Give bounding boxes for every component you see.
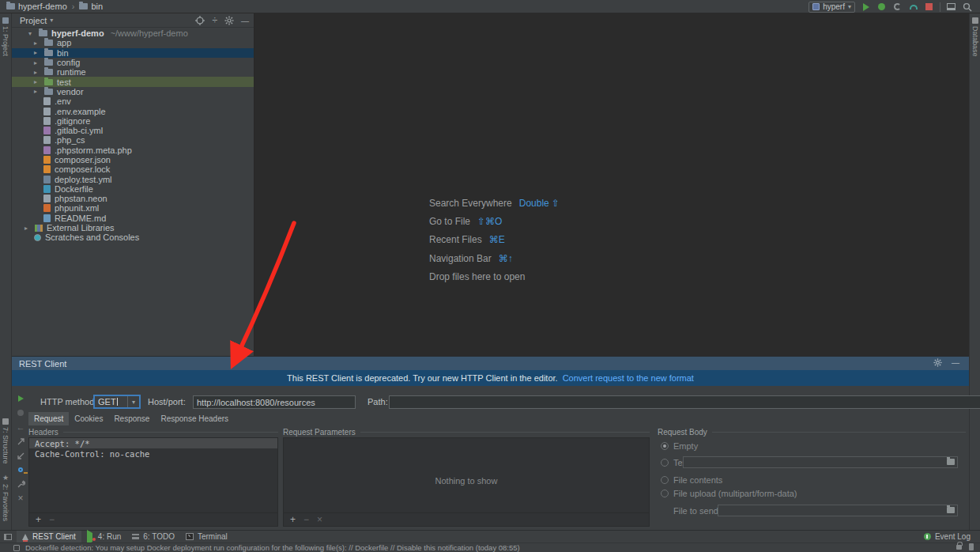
coverage-button[interactable] — [892, 2, 903, 12]
main-toolbar: hyperf ▾ — [808, 1, 972, 13]
status-bar: Dockerfile detection: You may setup Dock… — [0, 543, 980, 552]
event-log-button[interactable]: Event Log — [924, 530, 971, 543]
collapse-all-icon[interactable]: ÷ — [212, 15, 217, 26]
hide-panel-icon[interactable]: — — [241, 17, 249, 25]
debug-button[interactable] — [876, 2, 887, 12]
tree-item-phpstorm-meta[interactable]: .phpstorm.meta.php — [12, 146, 254, 155]
shortcut-keys: ⌘↑ — [499, 253, 513, 264]
bottom-tab-terminal[interactable]: Terminal — [180, 531, 233, 543]
sidebar-tab-favorites[interactable]: ★ 2: Favorites — [2, 474, 9, 521]
submit-request-button[interactable] — [12, 391, 29, 406]
convert-request-link[interactable]: Convert request to the new format — [563, 373, 694, 383]
export-request-button[interactable] — [12, 434, 29, 448]
project-panel-title[interactable]: Project — [20, 16, 47, 25]
request-parameters-list[interactable]: Nothing to show + − × — [283, 437, 650, 527]
tab-response[interactable]: Response — [108, 412, 155, 425]
folder-icon — [44, 89, 53, 95]
run-icon — [87, 533, 94, 540]
file-to-send-input[interactable] — [718, 505, 958, 516]
markdown-file-icon — [43, 214, 51, 222]
bottom-tab-todo[interactable]: 6: TODO — [126, 531, 180, 543]
tree-item-vendor[interactable]: ▸ vendor — [12, 87, 254, 96]
radio-file-contents[interactable]: File contents — [661, 475, 722, 485]
locate-icon[interactable] — [195, 16, 205, 25]
stop-request-button[interactable] — [12, 406, 29, 420]
tree-item-app[interactable]: ▸ app — [12, 38, 254, 47]
close-panel-button[interactable]: × — [12, 491, 29, 505]
tree-item-bin[interactable]: ▸ bin — [12, 48, 254, 58]
import-icon — [17, 452, 25, 460]
profiler-button[interactable] — [908, 2, 918, 12]
tree-item-env[interactable]: .env — [12, 96, 254, 106]
tree-item-phpstan-neon[interactable]: phpstan.neon — [12, 194, 254, 203]
header-row-accept[interactable]: Accept: */* — [29, 438, 277, 448]
search-everywhere-button[interactable] — [962, 2, 972, 12]
http-method-select[interactable]: GET ▾ — [93, 395, 141, 409]
tree-item-composer-lock[interactable]: composer.lock — [12, 164, 254, 174]
project-tab-label: 1: Project — [2, 26, 9, 56]
tree-item-root[interactable]: ▾ hyperf-demo ~/www/hyperf-demo — [12, 28, 254, 38]
breadcrumb-project[interactable]: hyperf-demo — [18, 2, 67, 11]
remove-header-button[interactable]: − — [49, 514, 55, 525]
tree-item-gitignore[interactable]: .gitignore — [12, 116, 254, 126]
browse-folder-icon[interactable] — [947, 507, 955, 513]
radio-empty[interactable]: Empty — [661, 441, 698, 451]
browse-folder-icon[interactable] — [947, 459, 955, 465]
tree-item-readme[interactable]: README.md — [12, 214, 254, 223]
tree-item-php-cs[interactable]: .php_cs — [12, 135, 254, 145]
sidebar-tab-project[interactable]: 1: Project — [2, 17, 9, 56]
lock-icon[interactable] — [956, 545, 962, 550]
shortcut-label: Go to File — [429, 216, 470, 227]
toolwindow-button[interactable] — [946, 2, 956, 12]
tree-item-phpunit-xml[interactable]: phpunit.xml — [12, 203, 254, 213]
notification-icon[interactable] — [13, 545, 20, 551]
sidebar-tab-structure[interactable]: 7: Structure — [2, 418, 9, 464]
tree-item-runtime[interactable]: ▸ runtime — [12, 67, 254, 77]
tree-item-env-example[interactable]: .env.example — [12, 106, 254, 115]
header-row-cache-control[interactable]: Cache-Control: no-cache — [29, 448, 277, 459]
tree-item-config[interactable]: ▸ config — [12, 58, 254, 67]
status-message[interactable]: Dockerfile detection: You may setup Dock… — [25, 543, 520, 552]
tree-item-gitlab-ci[interactable]: .gitlab-ci.yml — [12, 126, 254, 135]
host-port-input[interactable] — [193, 395, 356, 409]
indexing-status-icon[interactable] — [969, 543, 974, 550]
rest-client-header[interactable]: REST Client — [12, 357, 969, 370]
tab-cookies[interactable]: Cookies — [69, 412, 108, 425]
add-header-button[interactable]: + — [36, 514, 41, 525]
gear-icon[interactable] — [933, 358, 942, 367]
params-empty-text: Nothing to show — [284, 476, 649, 486]
toolwindow-switcher-icon[interactable] — [4, 534, 12, 540]
settings-button[interactable] — [12, 477, 29, 491]
tree-item-scratches[interactable]: Scratches and Consoles — [12, 233, 254, 242]
clear-parameters-button[interactable]: × — [317, 514, 322, 525]
bottom-tab-rest-client[interactable]: REST Client — [17, 531, 81, 543]
remove-parameter-button[interactable]: − — [303, 514, 309, 525]
http-method-value: GET — [98, 397, 116, 406]
editor-area[interactable]: Search EverywhereDouble ⇧ Go to File⇧⌘O … — [254, 13, 969, 356]
breadcrumb-folder[interactable]: bin — [91, 2, 103, 11]
run-configuration-select[interactable]: hyperf ▾ — [808, 2, 855, 13]
tree-item-dockerfile[interactable]: Dockerfile — [12, 184, 254, 194]
path-label: Path: — [368, 397, 388, 406]
add-parameter-button[interactable]: + — [290, 514, 296, 525]
authentication-button[interactable] — [12, 463, 29, 477]
gear-icon[interactable] — [224, 16, 234, 25]
headers-list[interactable]: Accept: */* Cache-Control: no-cache + − — [28, 437, 278, 527]
tab-response-headers[interactable]: Response Headers — [155, 412, 234, 425]
import-request-button[interactable] — [12, 448, 29, 463]
radio-file-upload[interactable]: File upload (multipart/form-data) — [661, 489, 797, 498]
tree-item-deploy-test-yml[interactable]: deploy.test.yml — [12, 174, 254, 183]
path-input[interactable] — [389, 395, 980, 409]
text-body-input[interactable] — [683, 456, 958, 468]
terminal-icon — [186, 533, 194, 540]
sidebar-tab-database[interactable]: Database — [971, 17, 979, 57]
tree-item-test[interactable]: ▸ test — [12, 77, 254, 86]
stop-button[interactable] — [924, 2, 934, 12]
tab-request[interactable]: Request — [28, 412, 69, 425]
tree-item-composer-json[interactable]: composer.json — [12, 155, 254, 164]
run-button[interactable] — [861, 2, 871, 12]
tree-item-external-libraries[interactable]: ▸ External Libraries — [12, 223, 254, 233]
bottom-tab-run[interactable]: 4: Run — [81, 531, 126, 543]
hide-panel-icon[interactable]: — — [952, 358, 959, 367]
replay-recent-button[interactable]: ← — [12, 420, 29, 434]
